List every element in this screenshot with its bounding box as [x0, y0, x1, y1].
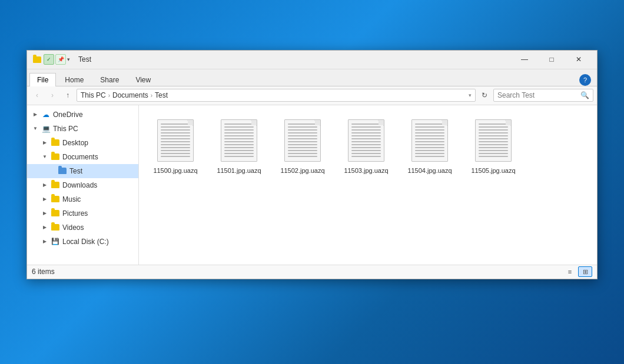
window-title: Test: [78, 55, 511, 64]
folder-icon-downloads: [51, 181, 60, 190]
breadcrumb-thispc[interactable]: This PC: [81, 91, 106, 99]
sidebar-item-videos[interactable]: ▶ Videos: [27, 221, 138, 235]
up-button[interactable]: ↑: [61, 89, 74, 102]
file-name-2: 11502.jpg.uazq: [280, 166, 324, 175]
sidebar-item-localdisk[interactable]: ▶ 💾 Local Disk (C:): [27, 235, 138, 249]
file-name-4: 11504.jpg.uazq: [407, 166, 452, 175]
file-explorer-window: ✓ 📌 ▾ Test — □ ✕ File Home Share View ? …: [26, 50, 598, 279]
sidebar-label-music: Music: [62, 195, 81, 203]
file-name-1: 11501.jpg.uazq: [217, 166, 261, 175]
maximize-button[interactable]: □: [538, 50, 565, 69]
file-item[interactable]: 11505.jpg.uazq: [464, 112, 523, 179]
file-item[interactable]: 11501.jpg.uazq: [210, 112, 268, 179]
main-area: ▶ ☁ OneDrive ▼ 💻 This PC ▶ Deskt: [27, 105, 597, 265]
tab-file[interactable]: File: [29, 73, 56, 86]
folder-icon-desktop: [51, 138, 60, 148]
quick-access-button[interactable]: ✓: [44, 54, 54, 65]
folder-icon-videos: [51, 223, 60, 232]
breadcrumb-sep-2: ›: [151, 92, 152, 99]
sidebar: ▶ ☁ OneDrive ▼ 💻 This PC ▶ Deskt: [27, 105, 139, 265]
breadcrumb-test[interactable]: Test: [155, 91, 168, 99]
status-item-count: 6 items: [32, 268, 55, 276]
folder-icon-test: [58, 166, 67, 176]
close-button[interactable]: ✕: [565, 50, 592, 69]
expand-arrow-downloads[interactable]: ▶: [41, 182, 48, 189]
sidebar-item-onedrive[interactable]: ▶ ☁ OneDrive: [27, 108, 138, 122]
file-item[interactable]: 11503.jpg.uazq: [337, 112, 396, 179]
folder-icon-music: [51, 195, 60, 204]
expand-arrow-onedrive[interactable]: ▶: [32, 111, 39, 118]
view-toggles: ≡ ⊞: [563, 266, 592, 277]
file-name-5: 11505.jpg.uazq: [471, 166, 515, 175]
sidebar-label-desktop: Desktop: [62, 139, 88, 147]
breadcrumb-sep-1: ›: [108, 92, 110, 99]
sidebar-item-downloads[interactable]: ▶ Downloads: [27, 178, 138, 192]
sidebar-item-music[interactable]: ▶ Music: [27, 192, 138, 206]
forward-button[interactable]: ›: [46, 89, 59, 102]
folder-icon-documents: [51, 152, 60, 162]
pc-icon: 💻: [41, 124, 51, 133]
ribbon: File Home Share View ?: [27, 69, 597, 86]
sidebar-label-documents: Documents: [62, 153, 98, 161]
sidebar-item-documents[interactable]: ▼ Documents: [27, 150, 138, 164]
file-icon-4: [409, 117, 451, 164]
sidebar-label-test: Test: [69, 167, 82, 175]
breadcrumb-documents[interactable]: Documents: [112, 91, 148, 99]
expand-arrow-documents[interactable]: ▼: [41, 153, 48, 161]
file-grid: 11500.jpg.uazq 11501.jpg.uazq: [139, 105, 597, 265]
expand-arrow-localdisk[interactable]: ▶: [41, 238, 48, 245]
sidebar-label-downloads: Downloads: [62, 181, 97, 189]
tab-view[interactable]: View: [128, 73, 158, 86]
window-controls: — □ ✕: [511, 50, 592, 69]
expand-arrow-videos[interactable]: ▶: [41, 224, 48, 231]
search-input[interactable]: [497, 91, 578, 99]
sidebar-label-pictures: Pictures: [62, 209, 88, 218]
sidebar-label-localdisk: Local Disk (C:): [62, 238, 109, 246]
sidebar-item-pictures[interactable]: ▶ Pictures: [27, 206, 138, 221]
addressbar: ‹ › ↑ This PC › Documents › Test ▾ ↻ 🔍: [27, 86, 597, 105]
search-icon[interactable]: 🔍: [580, 91, 589, 99]
tab-home[interactable]: Home: [57, 73, 91, 86]
tab-share[interactable]: Share: [92, 73, 127, 86]
breadcrumb-dropdown-arrow[interactable]: ▾: [469, 92, 472, 98]
file-icon-5: [472, 117, 515, 164]
breadcrumb[interactable]: This PC › Documents › Test ▾: [77, 89, 476, 102]
sidebar-label-onedrive: OneDrive: [53, 111, 83, 119]
expand-arrow-music[interactable]: ▶: [41, 196, 48, 203]
drive-icon-localdisk: 💾: [51, 237, 60, 246]
file-icon-1: [218, 117, 260, 164]
sidebar-label-thispc: This PC: [53, 125, 78, 133]
sidebar-item-desktop[interactable]: ▶ Desktop: [27, 136, 138, 150]
pin-button[interactable]: 📌: [55, 54, 66, 65]
titlebar-icons: ✓ 📌 ▾: [32, 54, 74, 65]
sidebar-item-test[interactable]: ▶ Test: [27, 164, 138, 178]
sidebar-item-thispc[interactable]: ▼ 💻 This PC: [27, 122, 138, 136]
file-item[interactable]: 11504.jpg.uazq: [400, 112, 459, 179]
expand-arrow-pictures[interactable]: ▶: [41, 210, 48, 217]
search-box: 🔍: [493, 89, 593, 102]
view-list-button[interactable]: ≡: [563, 266, 577, 277]
file-item[interactable]: 11500.jpg.uazq: [146, 112, 205, 179]
titlebar: ✓ 📌 ▾ Test — □ ✕: [27, 51, 597, 69]
statusbar: 6 items ≡ ⊞: [27, 265, 597, 279]
file-icon-3: [345, 117, 387, 164]
expand-arrow-thispc[interactable]: ▼: [32, 125, 39, 132]
back-button[interactable]: ‹: [31, 89, 44, 102]
folder-icon-title: [32, 54, 42, 65]
minimize-button[interactable]: —: [511, 50, 538, 69]
content-area: 11500.jpg.uazq 11501.jpg.uazq: [139, 105, 597, 265]
onedrive-icon: ☁: [41, 110, 51, 119]
sidebar-label-videos: Videos: [62, 223, 84, 232]
dropdown-arrow[interactable]: ▾: [67, 56, 70, 62]
file-icon-2: [281, 117, 324, 164]
file-name-3: 11503.jpg.uazq: [344, 166, 388, 175]
folder-icon-pictures: [51, 209, 60, 218]
help-button[interactable]: ?: [579, 74, 591, 86]
file-name-0: 11500.jpg.uazq: [153, 166, 197, 175]
view-grid-button[interactable]: ⊞: [578, 266, 592, 277]
ribbon-tabs: File Home Share View ?: [27, 69, 597, 86]
file-item[interactable]: 11502.jpg.uazq: [273, 112, 332, 179]
file-icon-0: [154, 117, 197, 164]
refresh-button[interactable]: ↻: [478, 89, 491, 102]
expand-arrow-desktop[interactable]: ▶: [41, 139, 48, 146]
